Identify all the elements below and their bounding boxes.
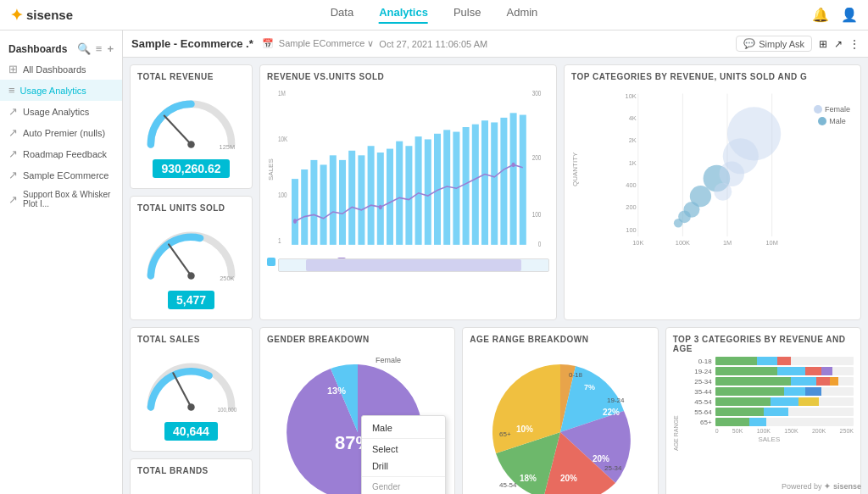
- context-menu-item-male[interactable]: Male: [362, 419, 445, 436]
- arrow-icon: ↗: [8, 105, 18, 118]
- hbar-label-19-24: 19-24: [685, 368, 712, 375]
- svg-text:10M: 10M: [765, 239, 777, 247]
- svg-text:10%: 10%: [516, 425, 533, 434]
- total-sales-title: TotAl SALES: [137, 335, 245, 344]
- svg-point-37: [512, 163, 515, 168]
- hbar-seg-c3: [816, 377, 830, 386]
- arrow-icon4: ↗: [8, 169, 18, 181]
- sub-header-info: 📅 Sample ECommerce ∨ Oct 27, 2021 11:06:…: [262, 38, 487, 49]
- svg-text:4K: 4K: [629, 114, 637, 122]
- context-menu-item-drill[interactable]: Drill: [362, 458, 445, 475]
- age-pie-svg: 0-18 19-24 25-34 35-44 45-54 65+ 7% 22% …: [484, 356, 637, 494]
- hbar-row-25-34: 25-34: [685, 377, 854, 386]
- widget-total-brands: TOTAL BRANDS 2,500 704: [130, 458, 253, 494]
- svg-rect-31: [491, 122, 498, 244]
- hbar-label-25-34: 25-34: [685, 378, 712, 386]
- svg-rect-33: [510, 113, 517, 245]
- sidebar: Dashboards 🔍 ≡ + ⊞ All Dashboards ≡ Usag…: [0, 31, 123, 494]
- sidebar-item-all-dashboards[interactable]: ⊞ All Dashboards: [0, 58, 122, 80]
- simply-ask-button[interactable]: 💬 Simply Ask: [736, 36, 812, 52]
- svg-text:65+: 65+: [499, 430, 511, 438]
- logo-text: sisense: [26, 8, 73, 22]
- svg-rect-11: [301, 169, 308, 245]
- top3-x-axis: 050K100K150K200K250K: [715, 428, 854, 434]
- more-icon[interactable]: ⋮: [849, 38, 860, 50]
- svg-rect-23: [415, 136, 422, 245]
- user-icon[interactable]: 👤: [841, 7, 858, 23]
- hbar-seg-d2: [821, 367, 832, 375]
- widget-top3-categories: TOP 3 CATEGORIES BY REVENUE AND AGE AGE …: [665, 327, 861, 494]
- hbar-seg-b6: [764, 408, 788, 416]
- dropdown-sample[interactable]: Sample ECommerce ∨: [279, 38, 375, 49]
- tab-analytics[interactable]: Analytics: [379, 6, 428, 24]
- chart-svg: 1M 10K 100 1: [278, 85, 549, 254]
- top3-y-axis-label: AGE RANGE: [673, 357, 685, 494]
- hbar-seg-c2: [805, 367, 822, 375]
- hbar-seg-b3: [791, 377, 815, 386]
- tab-data[interactable]: Data: [331, 6, 353, 24]
- hbar-seg-a5: [715, 397, 771, 406]
- logo-star: ✦: [10, 6, 23, 25]
- svg-rect-15: [339, 160, 346, 245]
- svg-point-35: [293, 219, 297, 224]
- context-menu-item-select[interactable]: Select: [362, 441, 445, 458]
- search-icon[interactable]: 🔍: [77, 42, 91, 55]
- hbar-seg-c4: [805, 387, 822, 396]
- sidebar-item-support-box[interactable]: ↗ Support Box & Whisker Plot I...: [0, 186, 122, 213]
- svg-text:100: 100: [626, 226, 636, 234]
- tab-pulse[interactable]: Pulse: [453, 6, 481, 24]
- top3-bars: 0-18 19-24: [685, 357, 854, 494]
- dashboard-title: Sample - Ecommerce .*: [131, 37, 253, 50]
- svg-text:1: 1: [278, 236, 281, 245]
- svg-text:1M: 1M: [278, 89, 286, 97]
- svg-text:1M: 1M: [723, 239, 732, 247]
- total-revenue-value: 930,260.62: [153, 159, 229, 178]
- sidebar-item-roadmap[interactable]: ↗ Roadmap Feedback: [0, 143, 122, 164]
- grid-view-icon[interactable]: ⊞: [819, 38, 827, 50]
- arrow-icon5: ↗: [8, 193, 18, 206]
- total-units-gauge: 250K 5,477: [137, 216, 245, 313]
- svg-point-1: [187, 141, 194, 147]
- hbar-seg-c5: [798, 397, 819, 406]
- share-icon[interactable]: ↗: [834, 38, 843, 50]
- sidebar-item-usage-analytics-header[interactable]: ≡ Usage Analytics: [0, 80, 122, 101]
- svg-rect-18: [368, 146, 375, 245]
- hbar-row-45-54: 45-54: [685, 397, 854, 406]
- top3-categories-title: TOP 3 CATEGORIES BY REVENUE AND AGE: [673, 335, 854, 353]
- hbar-seg-a: [715, 357, 757, 365]
- svg-text:10K: 10K: [278, 135, 288, 143]
- widget-total-sales: TotAl SALES 100,000 40,644: [130, 327, 253, 452]
- scatter-legend: Female Male: [814, 105, 850, 125]
- left-gauges-top: TOTAL REVENUE 125M: [130, 64, 253, 320]
- hbar-track-19-24: [715, 367, 854, 375]
- top3-chart-area: AGE RANGE 0-18: [673, 357, 854, 494]
- arrow-icon2: ↗: [8, 126, 18, 139]
- hbar-label-65plus: 65+: [685, 419, 712, 426]
- add-icon[interactable]: +: [107, 42, 114, 55]
- bell-icon[interactable]: 🔔: [812, 7, 829, 23]
- total-revenue-gauge: 125M 930,260.62: [137, 85, 245, 181]
- svg-text:200: 200: [626, 203, 636, 211]
- svg-rect-32: [500, 118, 507, 245]
- sidebar-item-usage-analytics[interactable]: ↗ Usage Analytics: [0, 101, 122, 122]
- context-menu-separator2: [362, 476, 445, 477]
- y-axis-label: SALES: [267, 85, 275, 254]
- chart-navigator[interactable]: [278, 258, 549, 272]
- svg-rect-16: [348, 151, 355, 245]
- total-units-title: TOTAL UNITS SOLD: [137, 203, 245, 213]
- hbar-seg-d3: [830, 377, 838, 386]
- svg-text:400: 400: [626, 181, 636, 189]
- hbar-track-65plus: [715, 418, 854, 426]
- sidebar-item-auto-premier[interactable]: ↗ Auto Premier (nulls): [0, 122, 122, 143]
- hbar-track-25-34: [715, 377, 854, 386]
- list-icon[interactable]: ≡: [96, 42, 103, 55]
- chart-plot: 1M 10K 100 1: [278, 85, 549, 254]
- gauge-svg-sales: 100,000: [137, 351, 245, 419]
- tab-admin[interactable]: Admin: [506, 6, 537, 24]
- svg-rect-34: [520, 115, 526, 245]
- svg-point-4: [187, 272, 194, 279]
- svg-line-3: [169, 244, 191, 275]
- hbar-row-0-18: 0-18: [685, 357, 854, 365]
- timestamp: Oct 27, 2021 11:06:05 AM: [379, 39, 487, 49]
- sidebar-item-sample-ecommerce[interactable]: ↗ Sample ECommerce: [0, 164, 122, 186]
